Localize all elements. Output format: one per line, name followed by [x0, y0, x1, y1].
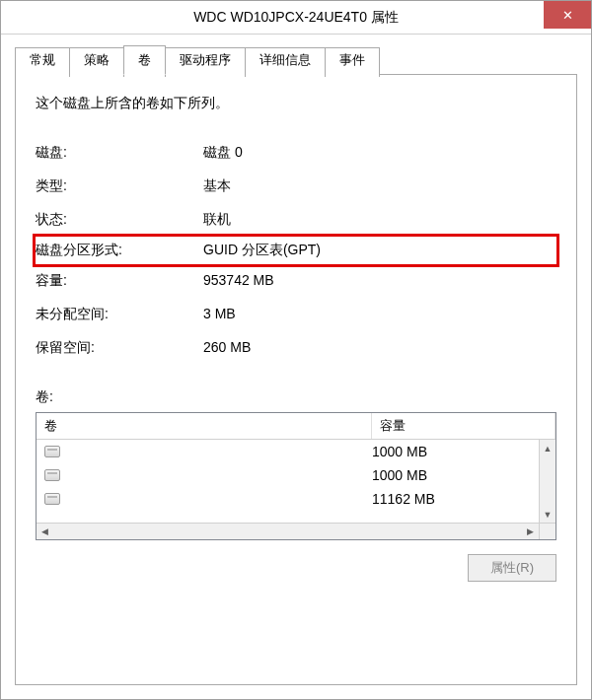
tab-strip: 常规 策略 卷 驱动程序 详细信息 事件 [15, 44, 577, 75]
column-header-name[interactable]: 卷 [37, 413, 372, 439]
volumes-label: 卷: [36, 388, 556, 406]
drive-icon [44, 493, 60, 505]
drive-icon [44, 469, 60, 481]
column-header-capacity[interactable]: 容量 [372, 413, 555, 439]
properties-window: WDC WD10JPCX-24UE4T0 属性 ✕ 常规 策略 卷 驱动程序 详… [0, 0, 592, 700]
prop-capacity-value: 953742 MB [203, 272, 556, 290]
window-title: WDC WD10JPCX-24UE4T0 属性 [1, 9, 591, 27]
volume-capacity: 11162 MB [372, 491, 531, 507]
tab-details[interactable]: 详细信息 [245, 47, 326, 77]
scroll-right-icon[interactable]: ▶ [522, 524, 539, 539]
prop-type: 类型: 基本 [36, 170, 556, 203]
prop-type-value: 基本 [203, 177, 556, 195]
tab-driver[interactable]: 驱动程序 [165, 47, 246, 77]
scroll-track[interactable] [540, 456, 555, 506]
scroll-track[interactable] [53, 524, 522, 539]
prop-status: 状态: 联机 [36, 203, 556, 237]
volume-capacity: 1000 MB [372, 444, 531, 459]
vertical-scrollbar[interactable]: ▲ ▼ [539, 440, 555, 523]
prop-reserved: 保留空间: 260 MB [36, 331, 556, 365]
volumes-section: 卷: 卷 容量 1000 MB [36, 388, 556, 665]
volumes-listbox[interactable]: 卷 容量 1000 MB [36, 412, 556, 540]
close-icon: ✕ [562, 8, 573, 23]
volume-properties-button[interactable]: 属性(R) [468, 554, 556, 582]
disk-properties: 磁盘: 磁盘 0 类型: 基本 状态: 联机 磁盘分区形式: GUID 分区表(… [36, 136, 556, 365]
prop-unallocated-value: 3 MB [203, 306, 556, 323]
volume-row[interactable]: 1000 MB [37, 463, 539, 487]
volumes-rows-wrap: 1000 MB 1000 MB [37, 440, 555, 523]
prop-reserved-label: 保留空间: [36, 339, 203, 357]
window-body: 常规 策略 卷 驱动程序 详细信息 事件 这个磁盘上所含的卷如下所列。 磁盘: … [1, 35, 591, 699]
tab-policies[interactable]: 策略 [69, 47, 124, 77]
prop-reserved-value: 260 MB [203, 339, 556, 357]
prop-partition-style-label: 磁盘分区形式: [36, 242, 203, 259]
tab-volumes[interactable]: 卷 [123, 45, 166, 75]
prop-unallocated: 未分配空间: 3 MB [36, 298, 556, 331]
tab-general[interactable]: 常规 [15, 47, 70, 77]
prop-disk-value: 磁盘 0 [203, 144, 556, 162]
titlebar: WDC WD10JPCX-24UE4T0 属性 ✕ [1, 1, 591, 35]
prop-type-label: 类型: [36, 177, 203, 195]
prop-capacity: 容量: 953742 MB [36, 264, 556, 298]
scroll-down-icon[interactable]: ▼ [540, 506, 555, 523]
prop-capacity-label: 容量: [36, 272, 203, 290]
prop-disk-label: 磁盘: [36, 144, 203, 162]
volumes-header: 卷 容量 [37, 413, 555, 440]
scroll-up-icon[interactable]: ▲ [540, 440, 555, 456]
prop-disk: 磁盘: 磁盘 0 [36, 136, 556, 170]
prop-status-label: 状态: [36, 211, 203, 229]
scroll-left-icon[interactable]: ◀ [37, 524, 53, 539]
close-button[interactable]: ✕ [544, 1, 591, 29]
prop-partition-style: 磁盘分区形式: GUID 分区表(GPT) [33, 234, 559, 267]
intro-text: 这个磁盘上所含的卷如下所列。 [36, 95, 556, 112]
tab-content-volumes: 这个磁盘上所含的卷如下所列。 磁盘: 磁盘 0 类型: 基本 状态: 联机 磁盘… [15, 75, 577, 685]
horizontal-scrollbar[interactable]: ◀ ▶ [37, 523, 555, 539]
prop-unallocated-label: 未分配空间: [36, 306, 203, 323]
button-row: 属性(R) [36, 554, 556, 582]
scroll-corner [539, 524, 555, 539]
volume-row[interactable]: 11162 MB [37, 487, 539, 511]
prop-partition-style-value: GUID 分区表(GPT) [203, 242, 556, 259]
prop-status-value: 联机 [203, 211, 556, 229]
drive-icon [44, 446, 60, 457]
tab-events[interactable]: 事件 [325, 47, 380, 77]
volume-row[interactable]: 1000 MB [37, 440, 539, 463]
volumes-rows: 1000 MB 1000 MB [37, 440, 539, 523]
volume-capacity: 1000 MB [372, 467, 531, 483]
